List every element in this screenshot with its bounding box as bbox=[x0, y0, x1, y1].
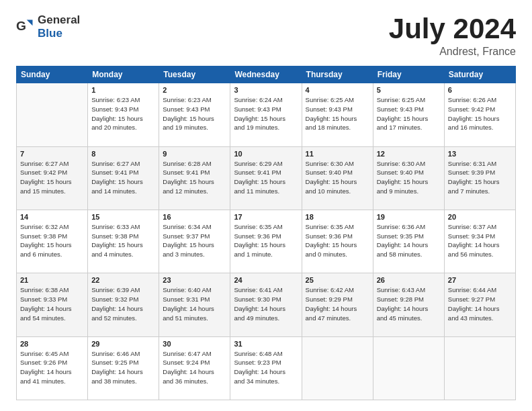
calendar-cell: 15Sunrise: 6:33 AM Sunset: 9:38 PM Dayli… bbox=[88, 210, 159, 273]
weekday-header-thursday: Thursday bbox=[302, 66, 373, 83]
day-number: 3 bbox=[234, 86, 298, 94]
day-number: 28 bbox=[20, 340, 84, 348]
day-info: Sunrise: 6:38 AM Sunset: 9:33 PM Dayligh… bbox=[20, 285, 84, 322]
day-info: Sunrise: 6:30 AM Sunset: 9:40 PM Dayligh… bbox=[377, 159, 441, 196]
day-info: Sunrise: 6:35 AM Sunset: 9:36 PM Dayligh… bbox=[306, 222, 369, 259]
day-info: Sunrise: 6:29 AM Sunset: 9:41 PM Dayligh… bbox=[234, 159, 298, 196]
calendar-cell: 19Sunrise: 6:36 AM Sunset: 9:35 PM Dayli… bbox=[373, 210, 444, 273]
calendar-cell: 28Sunrise: 6:45 AM Sunset: 9:26 PM Dayli… bbox=[17, 336, 88, 400]
day-number: 29 bbox=[91, 340, 155, 348]
logo-general: General bbox=[38, 13, 80, 26]
day-number: 8 bbox=[91, 150, 155, 158]
day-number: 15 bbox=[91, 213, 155, 221]
day-info: Sunrise: 6:23 AM Sunset: 9:43 PM Dayligh… bbox=[91, 95, 155, 132]
day-info: Sunrise: 6:33 AM Sunset: 9:38 PM Dayligh… bbox=[91, 222, 155, 259]
calendar-cell: 14Sunrise: 6:32 AM Sunset: 9:38 PM Dayli… bbox=[17, 210, 88, 273]
calendar-cell: 16Sunrise: 6:34 AM Sunset: 9:37 PM Dayli… bbox=[159, 210, 230, 273]
svg-marker-1 bbox=[27, 20, 33, 26]
day-info: Sunrise: 6:42 AM Sunset: 9:29 PM Dayligh… bbox=[306, 285, 369, 322]
day-number: 14 bbox=[20, 213, 84, 221]
day-number: 4 bbox=[306, 86, 369, 94]
calendar-cell: 29Sunrise: 6:46 AM Sunset: 9:25 PM Dayli… bbox=[88, 336, 159, 400]
day-number: 5 bbox=[377, 86, 441, 94]
day-number: 6 bbox=[448, 86, 512, 94]
location-title: Andrest, France bbox=[389, 46, 516, 58]
day-info: Sunrise: 6:48 AM Sunset: 9:23 PM Dayligh… bbox=[234, 349, 298, 386]
day-number: 10 bbox=[234, 150, 298, 158]
calendar-cell: 20Sunrise: 6:37 AM Sunset: 9:34 PM Dayli… bbox=[444, 210, 515, 273]
day-number: 21 bbox=[20, 276, 84, 284]
day-info: Sunrise: 6:24 AM Sunset: 9:43 PM Dayligh… bbox=[234, 95, 298, 132]
day-info: Sunrise: 6:27 AM Sunset: 9:41 PM Dayligh… bbox=[91, 159, 155, 196]
day-info: Sunrise: 6:31 AM Sunset: 9:39 PM Dayligh… bbox=[448, 159, 512, 196]
day-number: 17 bbox=[234, 213, 298, 221]
day-info: Sunrise: 6:44 AM Sunset: 9:27 PM Dayligh… bbox=[448, 285, 512, 322]
month-title: July 2024 bbox=[389, 13, 516, 44]
calendar-cell: 12Sunrise: 6:30 AM Sunset: 9:40 PM Dayli… bbox=[373, 146, 444, 210]
weekday-header-saturday: Saturday bbox=[444, 66, 515, 83]
weekday-header-monday: Monday bbox=[88, 66, 159, 83]
day-number: 9 bbox=[163, 150, 226, 158]
calendar-cell: 13Sunrise: 6:31 AM Sunset: 9:39 PM Dayli… bbox=[444, 146, 515, 210]
day-info: Sunrise: 6:25 AM Sunset: 9:43 PM Dayligh… bbox=[377, 95, 441, 132]
day-info: Sunrise: 6:23 AM Sunset: 9:43 PM Dayligh… bbox=[163, 95, 226, 132]
calendar-cell: 24Sunrise: 6:41 AM Sunset: 9:30 PM Dayli… bbox=[230, 273, 302, 336]
weekday-header-tuesday: Tuesday bbox=[159, 66, 230, 83]
calendar-week-4: 21Sunrise: 6:38 AM Sunset: 9:33 PM Dayli… bbox=[17, 273, 516, 336]
day-number: 27 bbox=[448, 276, 512, 284]
day-info: Sunrise: 6:37 AM Sunset: 9:34 PM Dayligh… bbox=[448, 222, 512, 259]
day-info: Sunrise: 6:28 AM Sunset: 9:41 PM Dayligh… bbox=[163, 159, 226, 196]
calendar-table: SundayMondayTuesdayWednesdayThursdayFrid… bbox=[16, 66, 516, 400]
calendar-cell bbox=[444, 336, 515, 400]
title-block: July 2024 Andrest, France bbox=[389, 13, 516, 58]
day-info: Sunrise: 6:39 AM Sunset: 9:32 PM Dayligh… bbox=[91, 285, 155, 322]
day-info: Sunrise: 6:32 AM Sunset: 9:38 PM Dayligh… bbox=[20, 222, 84, 259]
day-number: 11 bbox=[306, 150, 369, 158]
calendar-cell: 5Sunrise: 6:25 AM Sunset: 9:43 PM Daylig… bbox=[373, 83, 444, 146]
day-info: Sunrise: 6:43 AM Sunset: 9:28 PM Dayligh… bbox=[377, 285, 441, 322]
day-number: 26 bbox=[377, 276, 441, 284]
calendar-cell: 23Sunrise: 6:40 AM Sunset: 9:31 PM Dayli… bbox=[159, 273, 230, 336]
day-number: 13 bbox=[448, 150, 512, 158]
day-number: 2 bbox=[163, 86, 226, 94]
svg-text:G: G bbox=[16, 19, 26, 33]
weekday-header-sunday: Sunday bbox=[17, 66, 88, 83]
calendar-cell: 30Sunrise: 6:47 AM Sunset: 9:24 PM Dayli… bbox=[159, 336, 230, 400]
calendar-cell: 17Sunrise: 6:35 AM Sunset: 9:36 PM Dayli… bbox=[230, 210, 302, 273]
logo-icon: G bbox=[16, 17, 35, 36]
calendar-cell bbox=[373, 336, 444, 400]
calendar-cell: 9Sunrise: 6:28 AM Sunset: 9:41 PM Daylig… bbox=[159, 146, 230, 210]
day-number: 22 bbox=[91, 276, 155, 284]
logo: G General Blue bbox=[16, 13, 80, 40]
calendar-cell: 27Sunrise: 6:44 AM Sunset: 9:27 PM Dayli… bbox=[444, 273, 515, 336]
day-number: 19 bbox=[377, 213, 441, 221]
day-info: Sunrise: 6:36 AM Sunset: 9:35 PM Dayligh… bbox=[377, 222, 441, 259]
calendar-cell: 6Sunrise: 6:26 AM Sunset: 9:42 PM Daylig… bbox=[444, 83, 515, 146]
day-info: Sunrise: 6:41 AM Sunset: 9:30 PM Dayligh… bbox=[234, 285, 298, 322]
day-number: 12 bbox=[377, 150, 441, 158]
calendar-week-2: 7Sunrise: 6:27 AM Sunset: 9:42 PM Daylig… bbox=[17, 146, 516, 210]
day-info: Sunrise: 6:35 AM Sunset: 9:36 PM Dayligh… bbox=[234, 222, 298, 259]
day-info: Sunrise: 6:34 AM Sunset: 9:37 PM Dayligh… bbox=[163, 222, 226, 259]
weekday-header-wednesday: Wednesday bbox=[230, 66, 302, 83]
day-info: Sunrise: 6:45 AM Sunset: 9:26 PM Dayligh… bbox=[20, 349, 84, 386]
calendar-cell: 1Sunrise: 6:23 AM Sunset: 9:43 PM Daylig… bbox=[88, 83, 159, 146]
page: G General Blue July 2024 Andrest, France… bbox=[0, 0, 532, 411]
calendar-cell: 25Sunrise: 6:42 AM Sunset: 9:29 PM Dayli… bbox=[302, 273, 373, 336]
calendar-cell: 2Sunrise: 6:23 AM Sunset: 9:43 PM Daylig… bbox=[159, 83, 230, 146]
day-number: 18 bbox=[306, 213, 369, 221]
day-number: 24 bbox=[234, 276, 298, 284]
day-number: 30 bbox=[163, 340, 226, 348]
header: G General Blue July 2024 Andrest, France bbox=[16, 13, 516, 58]
calendar-cell: 22Sunrise: 6:39 AM Sunset: 9:32 PM Dayli… bbox=[88, 273, 159, 336]
day-info: Sunrise: 6:27 AM Sunset: 9:42 PM Dayligh… bbox=[20, 159, 84, 196]
logo-blue: Blue bbox=[38, 27, 62, 40]
day-info: Sunrise: 6:40 AM Sunset: 9:31 PM Dayligh… bbox=[163, 285, 226, 322]
weekday-header-row: SundayMondayTuesdayWednesdayThursdayFrid… bbox=[17, 66, 516, 83]
calendar-cell: 11Sunrise: 6:30 AM Sunset: 9:40 PM Dayli… bbox=[302, 146, 373, 210]
calendar-cell: 26Sunrise: 6:43 AM Sunset: 9:28 PM Dayli… bbox=[373, 273, 444, 336]
calendar-cell: 3Sunrise: 6:24 AM Sunset: 9:43 PM Daylig… bbox=[230, 83, 302, 146]
calendar-cell: 31Sunrise: 6:48 AM Sunset: 9:23 PM Dayli… bbox=[230, 336, 302, 400]
calendar-body: 1Sunrise: 6:23 AM Sunset: 9:43 PM Daylig… bbox=[17, 83, 516, 400]
day-info: Sunrise: 6:30 AM Sunset: 9:40 PM Dayligh… bbox=[306, 159, 369, 196]
